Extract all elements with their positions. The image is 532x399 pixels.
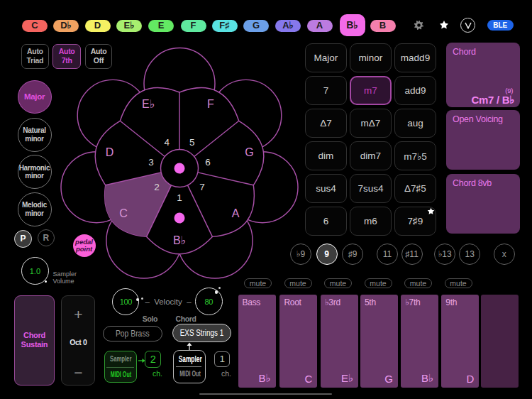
svg-text:5: 5 bbox=[189, 137, 195, 148]
svg-text:F: F bbox=[207, 98, 214, 110]
svg-text:6: 6 bbox=[205, 157, 211, 168]
svg-text:E♭: E♭ bbox=[142, 98, 155, 110]
svg-text:D: D bbox=[106, 146, 114, 158]
svg-text:C: C bbox=[119, 207, 128, 219]
svg-text:7: 7 bbox=[199, 182, 205, 192]
svg-text:1: 1 bbox=[177, 192, 182, 203]
svg-text:A: A bbox=[232, 207, 240, 219]
svg-text:2: 2 bbox=[154, 182, 160, 192]
svg-text:3: 3 bbox=[148, 157, 154, 168]
svg-text:G: G bbox=[245, 146, 253, 158]
svg-text:4: 4 bbox=[164, 137, 170, 148]
svg-text:B♭: B♭ bbox=[173, 234, 186, 246]
